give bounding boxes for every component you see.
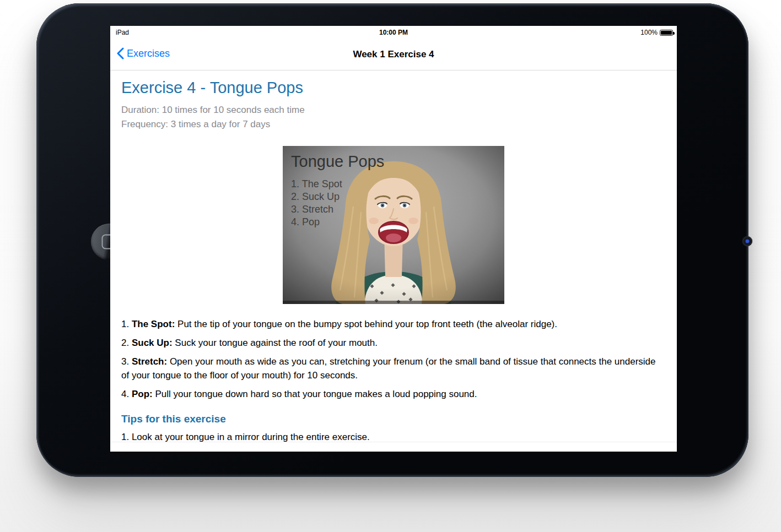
duration-label: Duration: 10 times for 10 seconds each t… <box>121 103 666 117</box>
app-screen: iPad 10:00 PM 100% Exercises Week 1 Exer… <box>110 26 677 452</box>
instruction-text: Put the tip of your tongue on the bumpy … <box>177 319 557 329</box>
front-camera <box>742 236 752 246</box>
battery-fill <box>661 31 672 35</box>
battery-nub <box>673 32 675 35</box>
instruction-text: Suck your tongue against the roof of you… <box>175 338 378 348</box>
video-step-2: 2. Suck Up <box>291 191 340 202</box>
instruction-term: Stretch: <box>132 356 167 367</box>
navigation-bar: Exercises Week 1 Exercise 4 <box>110 38 677 70</box>
battery-icon <box>660 30 673 36</box>
tip-item-2: 2. If you have a hard time figuring out … <box>121 448 666 452</box>
status-battery-group: 100% <box>640 29 673 36</box>
status-bar: iPad 10:00 PM 100% <box>110 26 677 38</box>
instruction-term: Pop: <box>132 389 153 399</box>
tips-heading: Tips for this exercise <box>121 413 666 425</box>
video-step-1: 1. The Spot <box>291 178 342 189</box>
video-step-4: 4. Pop <box>291 216 320 227</box>
nav-title: Week 1 Exercise 4 <box>110 49 677 60</box>
instruction-number: 4. <box>121 389 129 399</box>
instruction-text: Open your mouth as wide as you can, stre… <box>121 356 656 381</box>
instruction-item-2: 2. Suck Up: Suck your tongue against the… <box>121 336 666 350</box>
exercise-video-thumbnail[interactable]: Tongue Pops 1. The Spot 2. Suck Up 3. St… <box>283 146 504 304</box>
content-divider <box>110 442 677 442</box>
instruction-term: The Spot: <box>132 319 175 329</box>
video-title-overlay: Tongue Pops <box>291 153 384 170</box>
page-title: Exercise 4 - Tongue Pops <box>121 79 666 97</box>
video-step-3: 3. Stretch <box>291 204 333 215</box>
camera-lens-icon <box>746 240 749 243</box>
instruction-item-1: 1. The Spot: Put the tip of your tongue … <box>121 317 666 331</box>
instruction-term: Suck Up: <box>132 338 173 348</box>
instruction-list: 1. The Spot: Put the tip of your tongue … <box>121 317 666 401</box>
status-time: 10:00 PM <box>110 29 677 36</box>
instruction-item-4: 4. Pop: Pull your tongue down hard so th… <box>121 387 666 401</box>
content-scroll-area[interactable]: Exercise 4 - Tongue Pops Duration: 10 ti… <box>121 79 666 452</box>
frequency-label: Frequency: 3 times a day for 7 days <box>121 117 666 132</box>
instruction-item-3: 3. Stretch: Open your mouth as wide as y… <box>121 355 666 382</box>
battery-percent-label: 100% <box>640 29 658 36</box>
instruction-number: 2. <box>121 338 129 348</box>
instruction-number: 1. <box>121 319 129 329</box>
instruction-text: Pull your tongue down hard so that your … <box>155 389 477 399</box>
instruction-number: 3. <box>121 356 129 367</box>
page-background: iPad 10:00 PM 100% Exercises Week 1 Exer… <box>0 0 781 532</box>
tips-list: 1. Look at your tongue in a mirror durin… <box>121 430 666 452</box>
